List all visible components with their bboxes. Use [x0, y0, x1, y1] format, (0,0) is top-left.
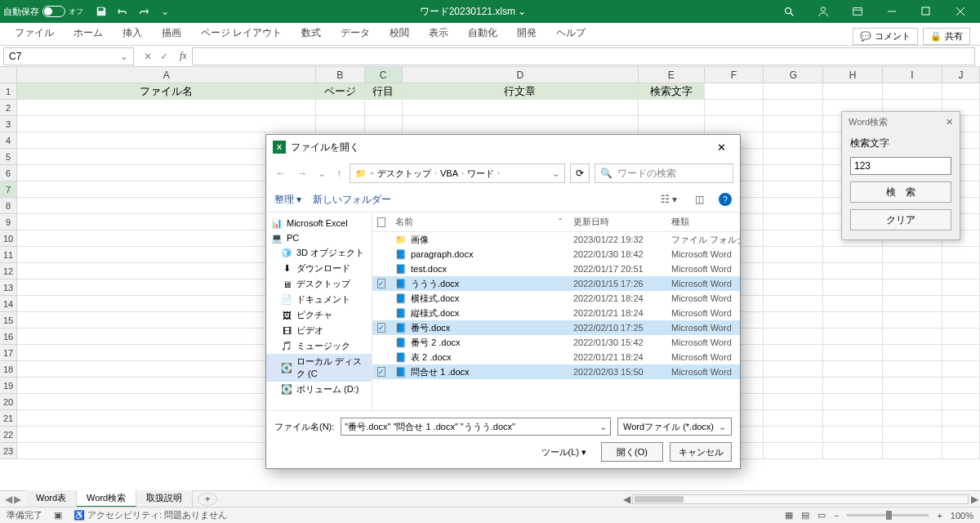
ribbon-tab-10[interactable]: 開発: [507, 21, 546, 45]
cell[interactable]: [823, 345, 883, 361]
autosave-toggle[interactable]: 自動保存 オフ: [3, 6, 83, 18]
file-list[interactable]: 📁画像2023/01/22 19:32ファイル フォルダー📘paragraph.…: [372, 232, 740, 410]
cell[interactable]: [365, 116, 403, 132]
col-header-F[interactable]: F: [705, 67, 764, 83]
row-header[interactable]: 21: [0, 410, 17, 427]
save-icon[interactable]: [93, 3, 109, 20]
cell[interactable]: [823, 410, 883, 427]
col-header-E[interactable]: E: [639, 67, 705, 83]
sheet-next-icon[interactable]: ▶: [14, 494, 21, 505]
file-row[interactable]: ✓📘番号.docx2022/02/10 17:25Microsoft Word: [372, 320, 740, 335]
tree-item[interactable]: 🎵ミュージック: [266, 338, 372, 354]
horizontal-scrollbar[interactable]: ◀▶: [621, 494, 980, 505]
cell[interactable]: [942, 329, 980, 345]
nav-fwd-icon[interactable]: →: [294, 168, 310, 179]
row-header[interactable]: 3: [0, 116, 17, 132]
cell[interactable]: ページ: [316, 83, 364, 100]
cell[interactable]: [764, 181, 823, 198]
cell[interactable]: [764, 329, 823, 345]
ribbon-tab-1[interactable]: ホーム: [64, 21, 113, 45]
cell[interactable]: [764, 443, 823, 459]
file-row[interactable]: 📘番号 2 .docx2022/01/30 15:42Microsoft Wor…: [372, 335, 740, 350]
tree-item[interactable]: ⬇ダウンロード: [266, 261, 372, 276]
cell[interactable]: [764, 198, 823, 214]
address-bar[interactable]: 📁« デスクトップ› VBA› ワード› ⌄: [350, 163, 565, 183]
tree-item[interactable]: 🖼ピクチャ: [266, 307, 372, 323]
row-header[interactable]: 4: [0, 132, 17, 149]
do-search-button[interactable]: 検 索: [850, 181, 951, 203]
row-header[interactable]: 20: [0, 394, 17, 410]
cell[interactable]: ファイル名: [17, 83, 316, 100]
tree-item[interactable]: 🖥デスクトップ: [266, 276, 372, 292]
refresh-icon[interactable]: ⟳: [570, 163, 590, 183]
cell[interactable]: [823, 312, 883, 329]
cell[interactable]: [942, 83, 980, 100]
account-icon[interactable]: [807, 0, 840, 23]
macro-record-icon[interactable]: ▣: [54, 510, 62, 521]
add-sheet-button[interactable]: +: [198, 493, 217, 506]
col-header-D[interactable]: D: [403, 67, 639, 83]
cell[interactable]: [639, 116, 705, 132]
tree-item[interactable]: 🧊3D オブジェクト: [266, 245, 372, 261]
row-header[interactable]: 11: [0, 247, 17, 263]
zoom-level[interactable]: 100%: [951, 511, 973, 521]
row-header[interactable]: 5: [0, 149, 17, 165]
col-header-B[interactable]: B: [316, 67, 364, 83]
row-header[interactable]: 12: [0, 263, 17, 279]
fx-icon[interactable]: fx: [175, 50, 192, 62]
enter-fx-icon[interactable]: ✓: [160, 51, 168, 62]
cell[interactable]: [764, 132, 823, 149]
file-row[interactable]: 📘paragraph.docx2022/01/30 18:42Microsoft…: [372, 247, 740, 262]
cell[interactable]: [764, 263, 823, 279]
cell[interactable]: [365, 100, 403, 116]
cell[interactable]: [764, 214, 823, 230]
cell[interactable]: [764, 83, 823, 100]
cell[interactable]: [764, 378, 823, 394]
file-row[interactable]: 📘横様式.docx2022/01/21 18:24Microsoft Word: [372, 291, 740, 306]
cell[interactable]: [883, 247, 942, 263]
minimize-icon[interactable]: [875, 0, 908, 23]
cancel-fx-icon[interactable]: ✕: [144, 51, 152, 62]
cell[interactable]: [764, 247, 823, 263]
cell[interactable]: [883, 345, 942, 361]
tree-item[interactable]: 💽ボリューム (D:): [266, 382, 372, 397]
col-header-J[interactable]: J: [942, 67, 980, 83]
cell[interactable]: [942, 427, 980, 443]
tree-item[interactable]: 💻PC: [266, 230, 372, 245]
cell[interactable]: [823, 263, 883, 279]
cell[interactable]: 行目: [365, 83, 403, 100]
col-header-C[interactable]: C: [365, 67, 403, 83]
share-button[interactable]: 🔒 共有: [923, 28, 970, 45]
close-icon[interactable]: [944, 0, 977, 23]
cell[interactable]: 検索文字: [639, 83, 705, 100]
cell[interactable]: [316, 100, 364, 116]
cell[interactable]: [823, 247, 883, 263]
sheet-tab[interactable]: 取扱説明: [136, 490, 193, 507]
row-header[interactable]: 16: [0, 329, 17, 345]
name-box[interactable]: C7⌄: [3, 47, 134, 65]
row-header[interactable]: 6: [0, 165, 17, 181]
ribbon-tab-3[interactable]: 描画: [152, 21, 191, 45]
dialog-close-icon[interactable]: ✕: [709, 141, 733, 154]
cell[interactable]: [764, 410, 823, 427]
cell[interactable]: [403, 100, 639, 116]
cell[interactable]: [639, 100, 705, 116]
row-header[interactable]: 22: [0, 427, 17, 443]
cell[interactable]: [883, 443, 942, 459]
row-header[interactable]: 1: [0, 83, 17, 100]
file-list-header[interactable]: 名前 ˆ 更新日時 種類: [372, 212, 740, 232]
cell[interactable]: [942, 263, 980, 279]
cell[interactable]: [316, 116, 364, 132]
cell[interactable]: [705, 83, 764, 100]
cell[interactable]: 行文章: [403, 83, 639, 100]
cell[interactable]: [403, 116, 639, 132]
cell[interactable]: [764, 312, 823, 329]
select-all-corner[interactable]: [0, 67, 17, 83]
cell[interactable]: [764, 296, 823, 312]
cell[interactable]: [942, 443, 980, 459]
ribbon-tab-7[interactable]: 校閲: [380, 21, 419, 45]
pane-close-icon[interactable]: ✕: [946, 117, 953, 127]
cell[interactable]: [823, 296, 883, 312]
row-header[interactable]: 10: [0, 230, 17, 247]
col-header-A[interactable]: A: [17, 67, 316, 83]
